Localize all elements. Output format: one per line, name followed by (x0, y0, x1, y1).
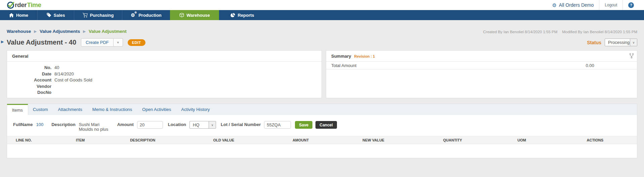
tab-custom[interactable]: Custom (28, 104, 53, 115)
location-select[interactable]: HQ ∨ (189, 121, 216, 129)
create-pdf-dropdown-button[interactable]: ▼ (114, 38, 123, 47)
settings-gear-icon: ⚙ (552, 3, 556, 8)
breadcrumb-current: Value Adjustment (89, 29, 127, 34)
location-label: Location (168, 121, 186, 128)
col-item: ITEM (73, 136, 127, 144)
general-panel-header: General (7, 51, 321, 62)
description-label: Description (51, 121, 76, 128)
logout-item[interactable]: Logout (599, 0, 622, 10)
field-label: DocNo (7, 90, 51, 96)
description-value: Sushi Mari Moulds no plus (79, 121, 111, 132)
topbar-right: ⚙ All Orders Demo Logout ? (547, 0, 639, 10)
nav-item-warehouse[interactable]: Warehouse (170, 10, 219, 20)
box-icon (179, 13, 184, 17)
chevron-down-icon: ∨ (630, 39, 637, 46)
general-row-vendor: Vendor (7, 83, 321, 90)
status-value: Processing (605, 39, 630, 46)
col-new-value: NEW VALUE (360, 136, 440, 144)
breadcrumb-warehouse[interactable]: Warehouse (7, 29, 31, 34)
nav-item-reports[interactable]: Reports (219, 10, 265, 20)
breadcrumb-value-adjustments[interactable]: Value Adjustments (40, 29, 80, 34)
title-row: ▶ Value Adjustment - 40 Create PDF ▼ EDI… (7, 38, 637, 47)
summary-panel-header: Summary Revision : 1 (326, 51, 637, 62)
chevron-down-icon: ∨ (209, 121, 216, 128)
summary-panel-title: Summary (331, 54, 351, 59)
nav-item-home[interactable]: Home (0, 10, 37, 20)
fullname-link[interactable]: 100 (36, 121, 44, 128)
topbar: rderTime ⚙ All Orders Demo Logout ? (0, 0, 644, 10)
amount-label: Amount (117, 121, 134, 128)
main-nav: Home Sales Purchasing ⚙⚙ Production Ware… (0, 10, 644, 20)
field-label: Account (7, 77, 51, 83)
field-value: 8/14/2020 (54, 71, 74, 77)
logo-text-order: rder (15, 1, 27, 9)
breadcrumb-row: Warehouse ▶ Value Adjustments ▶ Value Ad… (7, 20, 637, 34)
line-items-table: LINE NO. ITEM DESCRIPTION OLD VALUE AMOU… (7, 136, 637, 154)
cart-icon (83, 13, 88, 18)
created-by-text: Created By Ian Benoliel 8/14/2020 1:55 P… (483, 30, 557, 34)
tab-activity-history[interactable]: Activity History (176, 104, 215, 115)
col-uom: UOM (515, 136, 584, 144)
detail-tabs: Items Custom Attachments Memo & Instruct… (7, 104, 637, 115)
lot-serial-label: Lot / Serial Number (221, 121, 261, 128)
general-panel: General No. 40 Date 8/14/2020 Account Co… (7, 50, 322, 98)
col-old-value: OLD VALUE (211, 136, 290, 144)
logo-check-circle-icon (7, 1, 14, 9)
nav-label: Sales (54, 13, 65, 18)
status-group: Status Processing ∨ (587, 39, 637, 46)
collapse-arrow-icon[interactable]: ▶ (1, 40, 4, 44)
tab-items[interactable]: Items (7, 104, 28, 115)
location-value: HQ (190, 121, 209, 128)
logout-link: Logout (605, 3, 617, 7)
chevron-down-icon: ▼ (117, 41, 120, 44)
summary-panel: Summary Revision : 1 Total Amount 0.00 (326, 50, 637, 98)
home-icon (9, 13, 14, 17)
amount-input[interactable] (137, 121, 163, 129)
empty-table-body (7, 144, 637, 154)
record-meta: Created By Ian Benoliel 8/14/2020 1:55 P… (483, 30, 637, 34)
modified-by-text: Modified By Ian Benoliel 8/14/2020 1:55 … (562, 30, 637, 34)
status-select[interactable]: Processing ∨ (605, 39, 637, 46)
general-panel-body: No. 40 Date 8/14/2020 Account Cost of Go… (7, 62, 321, 96)
ordertime-logo[interactable]: rderTime (7, 1, 41, 9)
account-name: All Orders Demo (559, 2, 594, 8)
logo-text-time: Time (27, 1, 41, 9)
edit-button[interactable]: EDIT (128, 39, 145, 46)
help-item[interactable]: ? (623, 0, 639, 10)
help-icon: ? (628, 2, 634, 8)
col-amount: AMOUNT (290, 136, 360, 144)
tab-memo-instructions[interactable]: Memo & Instructions (87, 104, 137, 115)
tab-open-activities[interactable]: Open Activities (137, 104, 176, 115)
nav-item-production[interactable]: ⚙⚙ Production (122, 10, 170, 20)
save-button[interactable]: Save (295, 121, 312, 129)
revision-badge: Revision : 1 (354, 54, 375, 58)
col-line-no: LINE NO. (7, 136, 73, 144)
tab-attachments[interactable]: Attachments (53, 104, 87, 115)
col-actions: ACTIONS (584, 136, 637, 144)
nav-label: Warehouse (186, 13, 210, 18)
panels-row: General No. 40 Date 8/14/2020 Account Co… (7, 50, 637, 98)
status-label: Status (587, 40, 601, 45)
nav-label: Reports (238, 13, 254, 18)
general-panel-title: General (12, 54, 28, 59)
field-label: Vendor (7, 83, 51, 90)
nav-item-purchasing[interactable]: Purchasing (74, 10, 122, 20)
col-quantity: QUANTITY (440, 136, 515, 144)
breadcrumb-arrow-icon: ▶ (34, 30, 37, 33)
create-pdf-button[interactable]: Create PDF (81, 38, 114, 47)
nav-label: Production (138, 13, 162, 18)
total-amount-label: Total Amount (326, 63, 356, 68)
nav-label: Home (16, 13, 28, 18)
general-row-docno: DocNo (7, 90, 321, 96)
revision-history-button[interactable] (629, 53, 634, 60)
line-item-form: FullName 100 Description Sushi Mari Moul… (7, 115, 637, 132)
cancel-button[interactable]: Cancel (315, 121, 337, 129)
general-row-date: Date 8/14/2020 (7, 71, 321, 77)
general-row-account: Account Cost of Goods Sold (7, 77, 321, 83)
field-label: No. (7, 65, 51, 71)
field-value: 40 (54, 65, 59, 71)
branch-fork-icon (629, 53, 634, 59)
nav-item-sales[interactable]: Sales (37, 10, 74, 20)
account-menu[interactable]: ⚙ All Orders Demo (547, 0, 599, 10)
lot-serial-input[interactable] (264, 121, 291, 129)
